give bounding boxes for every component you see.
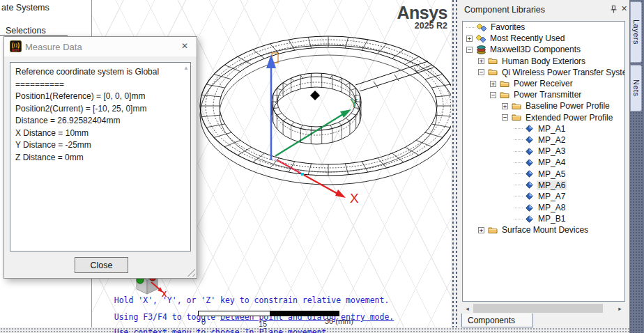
snap-point [301, 173, 304, 176]
collapse-minus-icon[interactable]: − [478, 69, 484, 75]
tree-item-mp-a5[interactable]: MP_A5 [463, 168, 624, 179]
coordinate-systems-label[interactable]: ate Systems [1, 3, 49, 13]
expand-plus-icon[interactable]: + [478, 227, 484, 233]
collapse-minus-icon[interactable]: − [490, 92, 496, 98]
tree-connector [514, 185, 523, 185]
scale-ruler-white-segment [198, 311, 270, 316]
measure-line: Reference coordinate system is Global [15, 66, 185, 79]
tree-item-qi-wireless-power-transfer-system[interactable]: −Qi Wireless Power Transfer System [463, 67, 624, 78]
tree-item-label[interactable]: MP_A3 [537, 146, 567, 156]
tab-nets[interactable]: Nets [630, 65, 642, 111]
collapse-minus-icon[interactable]: − [466, 47, 473, 53]
tree-item-label[interactable]: MP_A6 [537, 180, 567, 190]
measure-data-dialog[interactable]: EDT Measure Data ✕ Reference coordinate … [3, 36, 197, 279]
scroll-left-icon[interactable]: ◂ [462, 303, 473, 313]
tree-connector [514, 162, 523, 163]
tree-item-label[interactable]: MP_A7 [537, 192, 567, 201]
tree-connector [514, 139, 523, 140]
tree-connector [514, 173, 523, 174]
tree-item-label[interactable]: Most Recently Used [489, 33, 566, 43]
resize-grip[interactable] [186, 268, 195, 277]
diamond-icon [523, 125, 535, 132]
tree-item-maxwell3d-components[interactable]: −Maxwell3D Components [463, 44, 624, 55]
tree-item-favorites[interactable]: Favorites [463, 22, 624, 33]
tree-item-label[interactable]: MP_A1 [537, 124, 567, 134]
tree-connector [466, 27, 475, 28]
diamond-icon [523, 148, 535, 155]
folder-icon [487, 68, 498, 76]
scale-ruler-black-segment [270, 311, 339, 316]
folder-icon [499, 91, 510, 99]
tree-item-label[interactable]: Qi Wireless Power Transfer System [500, 68, 625, 77]
dialog-title-bar[interactable]: EDT Measure Data ✕ [4, 37, 197, 56]
panel-separator [0, 35, 68, 36]
tree-item-mp-a3[interactable]: MP_A3 [463, 146, 624, 157]
center-point-marker [310, 91, 320, 100]
tree-item-mp-a6[interactable]: MP_A6 [463, 180, 624, 191]
tab-layers[interactable]: Layers [630, 1, 642, 63]
measure-results-textbox[interactable]: Reference coordinate system is Global ==… [10, 62, 191, 251]
tree-item-extended-power-profile[interactable]: −Extended Power Profile [463, 112, 624, 123]
components-tab[interactable]: Components [461, 313, 533, 327]
tree-item-label[interactable]: Extended Power Profile [524, 113, 614, 123]
tree-item-label[interactable]: Maxwell3D Components [489, 45, 582, 54]
tree-item-label[interactable]: Baseline Power Profile [524, 101, 611, 111]
pin-icon[interactable] [609, 5, 618, 14]
diamond-icon [523, 159, 535, 166]
ansys-electronics-desktop-window: ate Systems Selections Y [0, 0, 644, 333]
tree-item-label[interactable]: MP_A4 [537, 157, 567, 167]
tree-item-label[interactable]: MP_A8 [537, 203, 567, 212]
tree-item-mp-a7[interactable]: MP_A7 [463, 191, 624, 202]
measure-line: Y Distance = -25mm [15, 139, 185, 152]
tree-item-mp-a2[interactable]: MP_A2 [463, 134, 624, 146]
tree-connector [514, 151, 523, 152]
horizontal-scrollbar[interactable]: ◂ ▸ [462, 303, 625, 313]
expand-plus-icon[interactable]: + [502, 103, 508, 109]
x-axis-label: X [350, 191, 359, 206]
tree-item-baseline-power-profile[interactable]: +Baseline Power Profile [463, 100, 624, 111]
folder-icon [487, 57, 498, 65]
expand-plus-icon[interactable]: + [466, 36, 473, 42]
tree-item-label[interactable]: MP_A5 [537, 169, 567, 179]
collapse-minus-icon[interactable]: − [502, 114, 508, 121]
tree-item-mp-a4[interactable]: MP_A4 [463, 157, 624, 168]
tree-item-human-body-exteriors[interactable]: +Human Body Exteriors [463, 56, 624, 67]
selections-label[interactable]: Selections [6, 26, 46, 36]
tree-item-mp-a8[interactable]: MP_A8 [463, 202, 624, 213]
y-axis [275, 114, 343, 156]
component-libraries-title: Component Libraries [464, 5, 545, 15]
diamond-icon [523, 136, 535, 144]
tree-item-label[interactable]: Power Receiver [512, 79, 574, 88]
tree-item-most-recently-used[interactable]: +Most Recently Used [463, 33, 624, 44]
measure-line: ========== [15, 79, 185, 91]
expand-plus-icon[interactable]: + [478, 58, 484, 64]
tree-item-label[interactable]: Power Transmitter [512, 90, 583, 100]
tree-item-label[interactable]: Surface Mount Devices [500, 225, 590, 235]
tree-item-label[interactable]: Human Body Exteriors [500, 56, 587, 66]
expand-plus-icon[interactable]: + [490, 81, 496, 87]
scroll-right-icon[interactable]: ▸ [615, 303, 625, 313]
scroll-up-icon[interactable]: ▲ [183, 65, 189, 71]
tree-item-mp-a1[interactable]: MP_A1 [463, 123, 624, 134]
diamond-icon [523, 215, 535, 223]
tree-item-surface-mount-devices[interactable]: +Surface Mount Devices [463, 224, 624, 235]
dialog-close-icon[interactable]: ✕ [181, 41, 188, 51]
tree-connector [514, 219, 523, 219]
ansys-watermark: Ansys 2025 R2 [390, 4, 447, 31]
favorites-icon [476, 23, 487, 32]
tree-item-mp-b1[interactable]: MP_B1 [463, 213, 624, 224]
tree-item-label[interactable]: MP_A2 [537, 135, 567, 145]
scale-label-30mm: 30 (mm) [325, 317, 353, 325]
tree-item-power-transmitter[interactable]: −Power Transmitter [463, 89, 624, 100]
tree-item-power-receiver[interactable]: +Power Receiver [463, 78, 624, 89]
component-tree[interactable]: Favorites+Most Recently Used−Maxwell3D C… [462, 21, 625, 302]
measure-line: Distance = 26.92582404mm [15, 115, 185, 127]
component-libraries-panel: Component Libraries ✕ Favorites+Most Rec… [459, 0, 629, 327]
close-panel-icon[interactable]: ✕ [621, 4, 627, 13]
tree-item-label[interactable]: MP_B1 [537, 214, 567, 224]
ansys-version-text: 2025 R2 [390, 21, 447, 31]
close-button[interactable]: Close [75, 257, 128, 273]
tree-item-label[interactable]: Favorites [489, 22, 526, 32]
panel-splitter[interactable] [451, 0, 459, 327]
scrollbar-thumb[interactable] [473, 304, 603, 313]
